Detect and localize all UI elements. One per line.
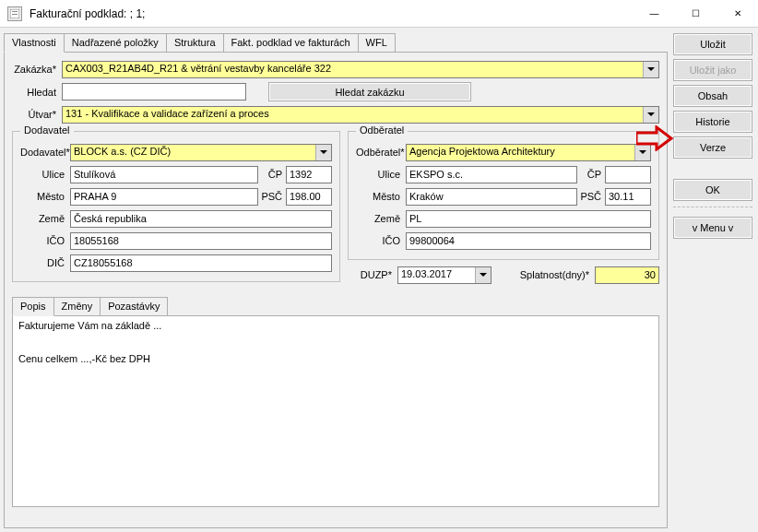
chevron-down-icon [475,267,491,283]
odb-psc-input[interactable] [605,188,651,206]
close-button[interactable]: ✕ [717,0,758,28]
dod-dic-label: DIČ [20,257,70,268]
tab-struktura[interactable]: Struktura [167,33,224,53]
chevron-down-icon [643,62,658,77]
odb-zeme-input[interactable] [406,210,651,228]
dod-mesto-input[interactable] [70,188,258,206]
obsah-button[interactable]: Obsah [673,85,752,107]
verze-button[interactable]: Verze [673,136,752,159]
titlebar: Fakturační podklad: ; 1; — ☐ ✕ [0,0,758,28]
hledat-input[interactable] [62,83,246,100]
separator-line [673,207,752,207]
odb-ulice-label: Ulice [356,169,406,180]
odb-mesto-label: Město [356,191,406,202]
odberatel-dropdown[interactable]: Agencja Projektowa Architektury [406,144,651,161]
duzp-datepicker[interactable]: 19.03.2017 [397,266,492,284]
dod-dic-input[interactable] [70,254,332,272]
window-title: Fakturační podklad: ; 1; [30,7,145,20]
dodavatel-value: BLOCK a.s. (CZ DIČ) [71,145,315,160]
zakazka-dropdown[interactable]: CAX003_R21AB4D_R21 & větrání vestavby ka… [62,61,659,78]
tab-nadrazene-polozky[interactable]: Nadřazené položky [65,33,167,53]
zakazka-label: Zakázka* [12,64,62,75]
svg-rect-2 [12,14,18,15]
hledat-zakazku-button[interactable]: Hledat zakázku [268,82,471,101]
odberatel-legend: Odběratel [356,124,408,136]
dodavatel-groupbox: Dodavatel Dodavatel* BLOCK a.s. (CZ DIČ)… [12,131,340,282]
tabpanel-vlastnosti: Zakázka* CAX003_R21AB4D_R21 & větrání ve… [4,52,668,528]
minimize-button[interactable]: — [634,0,675,28]
odberatel-value: Agencja Projektowa Architektury [407,145,634,160]
splatnost-input[interactable] [595,266,659,284]
utvar-label: Útvar* [12,109,62,120]
utvar-value: 131 - Kvalifikace a validace zařízení a … [63,107,643,123]
chevron-down-icon [643,107,658,123]
subtab-popis[interactable]: Popis [12,297,54,316]
subtab-body-popis [12,315,659,507]
maximize-button[interactable]: ☐ [675,0,717,28]
svg-rect-1 [12,11,18,12]
tab-fakt-podklad-ve-fakturach[interactable]: Fakt. podklad ve fakturách [224,33,359,53]
ulozit-button[interactable]: Uložit [673,33,752,55]
odb-cp-label: ČP [577,169,605,180]
sub-tabbar: Popis Změny Pozastávky [12,297,659,315]
odb-mesto-input[interactable] [406,188,577,206]
ok-button[interactable]: OK [673,179,752,201]
dod-ico-input[interactable] [70,232,332,250]
dodavatel-legend: Dodavatel [20,124,74,136]
dod-ico-label: IČO [20,235,70,246]
duzp-label: DUZP* [348,269,397,280]
dod-ulice-label: Ulice [20,169,70,180]
subtab-pozastavky[interactable]: Pozastávky [101,297,168,316]
menu-button[interactable]: v Menu v [673,217,752,239]
utvar-dropdown[interactable]: 131 - Kvalifikace a validace zařízení a … [62,106,659,124]
main-tabbar: Vlastnosti Nadřazené položky Struktura F… [4,31,668,52]
odb-ico-label: IČO [356,235,406,246]
odberatel-label: Odběratel* [356,147,406,158]
chevron-down-icon [315,145,331,160]
dod-ulice-input[interactable] [70,166,258,183]
ulozit-jako-button[interactable]: Uložit jako [673,59,752,81]
dodavatel-label: Dodavatel* [20,147,70,158]
chevron-down-icon [634,145,650,160]
dod-zeme-input[interactable] [70,210,332,228]
side-button-column: Uložit Uložit jako Obsah Historie Verze … [671,31,754,528]
dodavatel-dropdown[interactable]: BLOCK a.s. (CZ DIČ) [70,144,332,161]
odb-cp-input[interactable] [605,166,651,183]
tab-vlastnosti[interactable]: Vlastnosti [4,33,65,53]
historie-button[interactable]: Historie [673,111,752,133]
tab-wfl[interactable]: WFL [359,33,396,53]
duzp-value: 19.03.2017 [398,267,475,283]
odb-ico-input[interactable] [406,232,651,250]
dod-mesto-label: Město [20,191,70,202]
dod-psc-label: PSČ [258,191,286,202]
dod-cp-input[interactable] [286,166,332,183]
dod-psc-input[interactable] [286,188,332,206]
subtab-zmeny[interactable]: Změny [54,297,101,316]
odberatel-groupbox: Odběratel Odběratel* Agencja Projektowa … [348,131,659,260]
odb-ulice-input[interactable] [406,166,577,183]
splatnost-label: Splatnost(dny)* [519,269,595,280]
popis-textarea[interactable] [13,316,658,506]
zakazka-value: CAX003_R21AB4D_R21 & větrání vestavby ka… [63,62,643,77]
dod-cp-label: ČP [258,169,286,180]
odb-zeme-label: Země [356,213,406,224]
app-icon [7,6,22,21]
dod-zeme-label: Země [20,213,70,224]
odb-psc-label: PSČ [577,191,605,202]
hledat-label: Hledat [12,87,62,98]
